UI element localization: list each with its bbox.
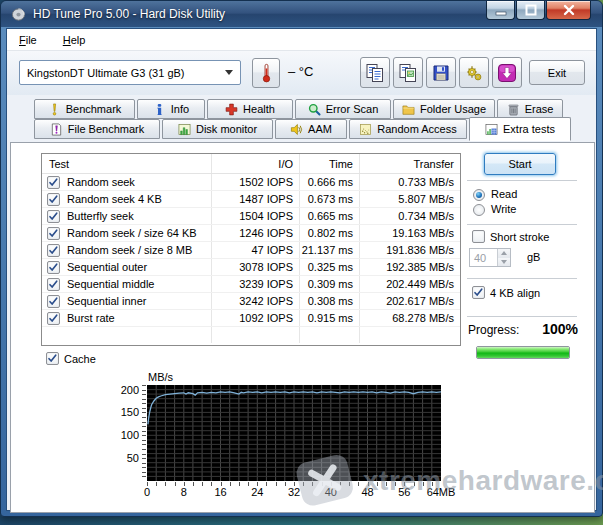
benchmark-icon (48, 103, 61, 116)
col-io: I/O (212, 154, 300, 173)
exit-button[interactable]: Exit (529, 60, 585, 85)
tab-info[interactable]: Info (137, 99, 205, 119)
align-checkbox[interactable] (472, 286, 485, 299)
test-cell: Random seek 4 KB (42, 191, 212, 207)
test-cell: Random seek / size 64 KB (42, 225, 212, 241)
io-value: 1092 IOPS (212, 310, 300, 326)
save-button[interactable] (426, 57, 456, 88)
minimize-button[interactable] (486, 1, 515, 20)
thermometer-icon (260, 63, 273, 83)
separator (467, 278, 577, 279)
transfer-value: 0.734 MB/s (360, 208, 460, 224)
test-name: Burst rate (67, 312, 115, 324)
capacity-stepper[interactable]: 40 (469, 248, 511, 267)
test-cell: Sequential inner (42, 293, 212, 309)
separator (467, 180, 577, 181)
aam-icon (290, 123, 303, 136)
io-value: 3239 IOPS (212, 276, 300, 292)
tab-disk-monitor[interactable]: Disk monitor (162, 119, 273, 139)
table-row: Random seek / size 64 KB1246 IOPS0.802 m… (42, 225, 460, 242)
close-button[interactable] (546, 1, 591, 20)
tab-file-benchmark[interactable]: File Benchmark (34, 119, 160, 139)
test-name: Sequential outer (67, 261, 147, 273)
update-icon (497, 63, 517, 83)
save-icon (431, 63, 451, 83)
copy-image-icon (398, 63, 418, 83)
separator (467, 316, 577, 317)
io-value: 1504 IOPS (212, 208, 300, 224)
io-value: 3242 IOPS (212, 293, 300, 309)
temperature-button[interactable] (252, 58, 280, 88)
table-row: Butterfly seek1504 IOPS0.665 ms0.734 MB/… (42, 208, 460, 225)
tab-label: File Benchmark (68, 123, 144, 135)
test-checkbox[interactable] (47, 193, 60, 206)
title-bar[interactable]: HD Tune Pro 5.00 - Hard Disk Utility (1, 1, 602, 27)
close-icon (562, 3, 576, 17)
col-time: Time (300, 154, 360, 173)
progress-bar (476, 346, 570, 359)
window-title: HD Tune Pro 5.00 - Hard Disk Utility (33, 7, 225, 21)
time-value: 0.802 ms (300, 225, 360, 241)
options-button[interactable] (459, 57, 489, 88)
table-header: TestI/OTimeTransfer (42, 154, 460, 174)
tab-error-scan[interactable]: Error Scan (295, 99, 391, 119)
test-checkbox[interactable] (47, 244, 60, 257)
chart-y-ticks (142, 385, 146, 481)
test-checkbox[interactable] (47, 278, 60, 291)
y-tick-label: 100 (103, 429, 139, 441)
tab-erase[interactable]: Erase (497, 99, 563, 119)
minimize-icon (494, 3, 508, 17)
app-window: HD Tune Pro 5.00 - Hard Disk Utility Fil… (0, 0, 603, 517)
toolbar: KingstonDT Ultimate G3 (31 gB) – °C Exit (7, 51, 596, 95)
read-radio[interactable] (473, 189, 485, 201)
menu-file[interactable]: File (19, 34, 37, 46)
short-stroke-checkbox[interactable] (472, 230, 485, 243)
update-button[interactable] (492, 57, 522, 88)
copy-text-button[interactable] (360, 57, 390, 88)
menu-help[interactable]: Help (63, 34, 86, 46)
test-checkbox[interactable] (47, 227, 60, 240)
time-value: 0.665 ms (300, 208, 360, 224)
tab-aam[interactable]: AAM (275, 119, 347, 139)
toolbar-icons (360, 57, 522, 88)
start-button[interactable]: Start (484, 153, 556, 175)
extra-tests-page: TestI/OTimeTransferRandom seek1502 IOPS0… (10, 142, 595, 513)
cache-checkbox[interactable] (46, 352, 59, 365)
time-value: 0.915 ms (300, 310, 360, 326)
table-row: Sequential middle3239 IOPS0.309 ms202.44… (42, 276, 460, 293)
test-name: Random seek / size 64 KB (67, 227, 197, 239)
align-label: 4 KB align (490, 287, 540, 299)
test-checkbox[interactable] (47, 312, 60, 325)
disk-monitor-icon (178, 123, 191, 136)
drive-select-value: KingstonDT Ultimate G3 (31 gB) (27, 67, 185, 79)
copy-image-button[interactable] (393, 57, 423, 88)
stepper-arrows[interactable] (497, 249, 510, 266)
tab-health[interactable]: Health (207, 99, 293, 119)
tab-extra-tests[interactable]: Extra tests (469, 117, 571, 141)
transfer-value: 191.836 MB/s (360, 242, 460, 258)
progress-value: 100% (542, 321, 578, 337)
test-checkbox[interactable] (47, 295, 60, 308)
test-cell: Sequential middle (42, 276, 212, 292)
test-checkbox[interactable] (47, 261, 60, 274)
time-value: 0.666 ms (300, 174, 360, 190)
tab-benchmark[interactable]: Benchmark (34, 99, 135, 119)
test-cell: Sequential outer (42, 259, 212, 275)
watermark-text: xtremehardware.com (363, 465, 603, 497)
tab-label: AAM (308, 123, 332, 135)
x-tick-label: 0 (144, 486, 150, 498)
transfer-value: 202.617 MB/s (360, 293, 460, 309)
maximize-button[interactable] (516, 1, 545, 20)
test-checkbox[interactable] (47, 210, 60, 223)
error-scan-icon (308, 103, 321, 116)
io-value: 47 IOPS (212, 242, 300, 258)
short-stroke-label: Short stroke (490, 231, 549, 243)
time-value: 0.309 ms (300, 276, 360, 292)
drive-select[interactable]: KingstonDT Ultimate G3 (31 gB) (19, 60, 241, 85)
test-cell: Butterfly seek (42, 208, 212, 224)
test-name: Random seek / size 8 MB (67, 244, 192, 256)
test-checkbox[interactable] (47, 176, 60, 189)
write-radio[interactable] (473, 204, 485, 216)
tab-folder-usage[interactable]: Folder Usage (393, 99, 495, 119)
tab-random-access[interactable]: Random Access (349, 119, 467, 139)
